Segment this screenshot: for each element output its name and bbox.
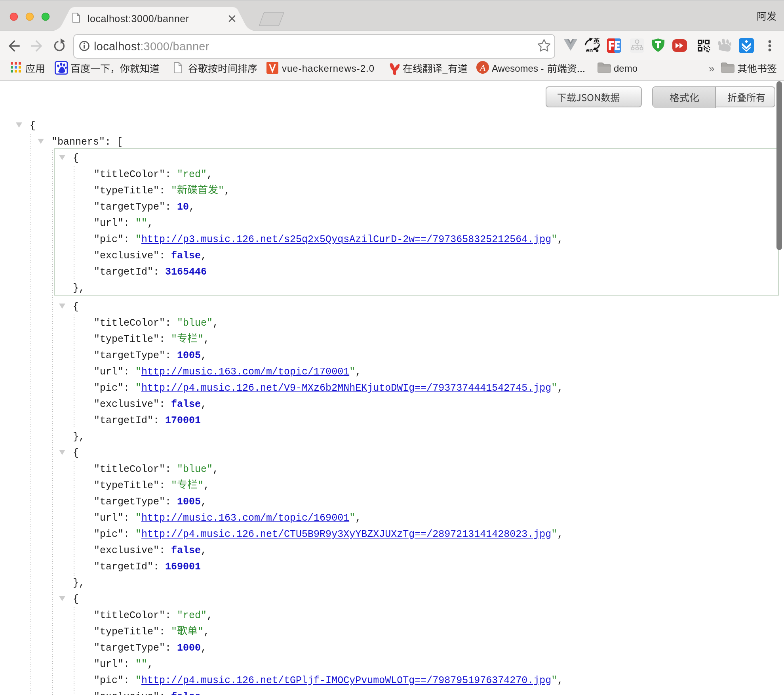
- svg-text:»: »: [709, 63, 714, 74]
- svg-text:A: A: [479, 63, 486, 73]
